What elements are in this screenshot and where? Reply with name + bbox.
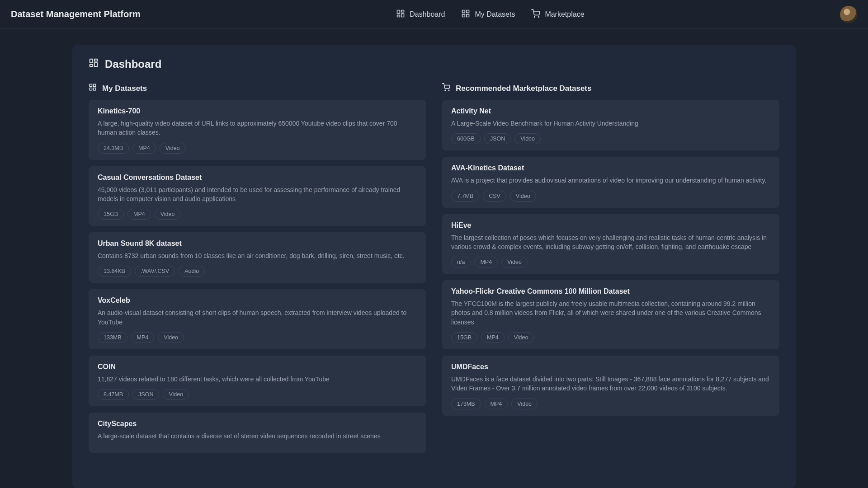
dashboard-icon <box>396 9 405 20</box>
dataset-description: A large, high-quality video dataset of U… <box>98 119 417 137</box>
svg-rect-0 <box>397 10 400 14</box>
main-area: Dashboard My Datasets Kinetics-700A larg… <box>0 29 868 488</box>
dataset-description: The largest collection of poses which fo… <box>451 233 770 252</box>
nav-dashboard[interactable]: Dashboard <box>396 9 445 20</box>
svg-rect-13 <box>90 65 93 67</box>
recommended-heading-text: Recommended Marketplace Datasets <box>456 84 591 93</box>
page-title: Dashboard <box>89 58 779 70</box>
tag: JSON <box>132 389 159 400</box>
svg-rect-11 <box>94 59 97 61</box>
dataset-title: UMDFaces <box>451 363 770 371</box>
dataset-description: 11,827 videos related to 180 different t… <box>98 375 417 384</box>
tag: n/a <box>451 257 471 267</box>
tag: Video <box>160 143 186 154</box>
tag: MP4 <box>481 332 505 343</box>
svg-rect-7 <box>467 14 469 17</box>
tag-row: 15GBMP4Video <box>98 209 417 220</box>
columns: My Datasets Kinetics-700A large, high-qu… <box>89 83 779 470</box>
dataset-title: Urban Sound 8K dataset <box>98 239 417 248</box>
tag: Video <box>501 257 528 267</box>
dataset-title: VoxCeleb <box>98 296 417 305</box>
tag: Video <box>511 399 538 409</box>
tag: Video <box>163 389 189 400</box>
tag: 13.84KB <box>98 266 131 277</box>
dataset-title: Casual Conversations Dataset <box>98 174 417 182</box>
nav-my-datasets-label: My Datasets <box>475 10 515 19</box>
dataset-description: The YFCC100M is the largest publicly and… <box>451 299 770 327</box>
recommended-heading: Recommended Marketplace Datasets <box>442 83 779 94</box>
tag: MP4 <box>127 209 151 220</box>
dataset-description: A large-scale dataset that contains a di… <box>98 432 417 441</box>
nav-marketplace-label: Marketplace <box>545 10 584 19</box>
tag: 15GB <box>98 209 124 220</box>
dataset-card[interactable]: Activity NetA Large-Scale Video Benchmar… <box>442 100 779 150</box>
my-datasets-list: Kinetics-700A large, high-quality video … <box>89 100 426 453</box>
tag-row: 7.7MBCSVVideo <box>451 191 770 202</box>
tag: MP4 <box>132 143 156 154</box>
dataset-card[interactable]: Yahoo-Flickr Creative Commons 100 Millio… <box>442 280 779 349</box>
grid-icon <box>461 9 470 20</box>
tag: Video <box>508 332 534 343</box>
my-datasets-column: My Datasets Kinetics-700A large, high-qu… <box>89 83 426 470</box>
tag: CSV <box>483 191 506 202</box>
top-nav: Dataset Management Platform Dashboard My… <box>0 0 868 29</box>
avatar[interactable] <box>840 6 857 23</box>
tag: MP4 <box>474 257 498 267</box>
dataset-card[interactable]: Kinetics-700A large, high-quality video … <box>89 100 426 160</box>
dataset-card[interactable]: CityScapesA large-scale dataset that con… <box>89 413 426 452</box>
dataset-card[interactable]: COIN11,827 videos related to 180 differe… <box>89 356 426 406</box>
svg-point-8 <box>534 16 535 17</box>
dataset-card[interactable]: AVA-Kinetics DatasetAVA is a project tha… <box>442 157 779 207</box>
dataset-card[interactable]: VoxCelebAn audio-visual dataset consisti… <box>89 289 426 349</box>
dataset-title: Yahoo-Flickr Creative Commons 100 Millio… <box>451 287 770 296</box>
tag-row: 133MBMP4Video <box>98 332 417 343</box>
tag: MP4 <box>485 399 508 409</box>
page-title-text: Dashboard <box>105 58 161 70</box>
recommended-list: Activity NetA Large-Scale Video Benchmar… <box>442 100 779 416</box>
svg-rect-2 <box>401 14 404 17</box>
svg-rect-15 <box>94 84 96 86</box>
tag: Video <box>155 209 181 220</box>
tag: 8.47MB <box>98 389 129 400</box>
nav-dashboard-label: Dashboard <box>410 10 445 19</box>
tag: 24.3MB <box>98 143 129 154</box>
tag: Video <box>510 191 536 202</box>
dataset-title: COIN <box>98 363 417 371</box>
svg-point-18 <box>445 90 446 91</box>
nav-my-datasets[interactable]: My Datasets <box>461 9 515 20</box>
nav-marketplace[interactable]: Marketplace <box>531 9 584 20</box>
dashboard-icon <box>89 58 99 70</box>
tag-row: 24.3MBMP4Video <box>98 143 417 154</box>
tag: 133MB <box>98 332 127 343</box>
dataset-description: Contains 8732 urban sounds from 10 class… <box>98 251 417 260</box>
tag-row: 600GBJSONVideo <box>451 133 770 144</box>
tag-row: 8.47MBJSONVideo <box>98 389 417 400</box>
dataset-description: UMDFaces is a face dataset divided into … <box>451 375 770 393</box>
svg-rect-6 <box>462 14 465 17</box>
dataset-title: HiEve <box>451 221 770 230</box>
tag: 173MB <box>451 399 481 409</box>
tag: 7.7MB <box>451 191 479 202</box>
recommended-column: Recommended Marketplace Datasets Activit… <box>442 83 779 470</box>
dataset-description: An audio-visual dataset consisting of sh… <box>98 308 417 327</box>
my-datasets-heading-text: My Datasets <box>102 84 147 93</box>
dataset-title: Activity Net <box>451 107 770 115</box>
dataset-description: AVA is a project that provides audiovisu… <box>451 176 770 185</box>
tag: .WAV/.CSV <box>135 266 175 277</box>
svg-rect-3 <box>397 15 400 17</box>
svg-rect-4 <box>462 10 465 13</box>
brand-title: Dataset Management Platform <box>11 9 141 19</box>
dataset-card[interactable]: Casual Conversations Dataset45,000 video… <box>89 166 426 226</box>
svg-rect-12 <box>94 63 97 66</box>
dataset-title: AVA-Kinetics Dataset <box>451 164 770 172</box>
dataset-description: A Large-Scale Video Benchmark for Human … <box>451 119 770 128</box>
svg-point-9 <box>538 16 539 17</box>
grid-icon <box>89 83 97 94</box>
dataset-card[interactable]: Urban Sound 8K datasetContains 8732 urba… <box>89 232 426 283</box>
dataset-card[interactable]: UMDFacesUMDFaces is a face dataset divid… <box>442 356 779 416</box>
dataset-card[interactable]: HiEveThe largest collection of poses whi… <box>442 214 779 274</box>
dataset-title: Kinetics-700 <box>98 107 417 115</box>
tag: JSON <box>484 133 511 144</box>
tag-row: n/aMP4Video <box>451 257 770 267</box>
svg-rect-14 <box>90 84 92 86</box>
